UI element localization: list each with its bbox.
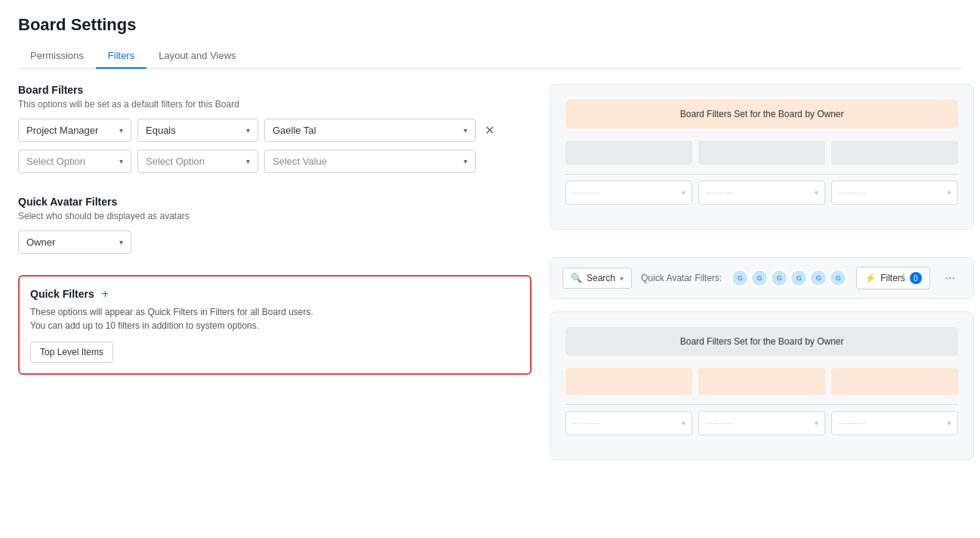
preview-card-1: Board Filters Set for the Board by Owner… [550,84,974,230]
preview-box-2 [698,141,825,165]
top-level-items-tag[interactable]: Top Level Items [30,342,113,363]
preview-banner-1: Board Filters Set for the Board by Owner [566,100,958,128]
filters-button[interactable]: ⚡ Filters 0 [856,267,930,289]
avatar-2: G [750,269,769,287]
preview-card-2: Board Filters Set for the Board by Owner… [550,311,974,460]
avatar-filter-row: Owner ▾ [18,230,532,254]
quick-avatar-title: Quick Avatar Filters [18,196,532,208]
remove-filter-button[interactable]: ✕ [482,120,498,141]
preview-box-1 [566,141,692,165]
preview-divider-2 [566,404,958,405]
preview-dropdown-3: ············ ▾ [831,181,958,205]
field-select-1[interactable]: Project Manager ▾ [18,119,131,142]
preview-banner-2: Board Filters Set for the Board by Owner [566,327,958,356]
preview-dropdown-4: ············ ▾ [566,411,692,435]
more-options-button[interactable]: ··· [939,268,961,288]
quick-filters-header: Quick Filters + [30,287,519,301]
search-button[interactable]: 🔍 Search ▾ [562,267,632,289]
avatar-6: G [829,269,847,287]
board-filters-section: Board Filters This options will be set a… [18,84,532,173]
avatar-filters-label: Quick Avatar Filters: [641,273,722,283]
value-select-2[interactable]: Select Value ▾ [264,150,476,173]
field-select-2[interactable]: Select Option ▾ [18,150,131,173]
filter-row-1: Project Manager ▾ Equals ▾ Gaelle Tal ▾ … [18,119,532,142]
preview-dropdowns-row: ············ ▾ ············ ▾ ··········… [566,181,958,205]
operator-select-2[interactable]: Select Option ▾ [137,150,258,173]
avatar-5: G [809,269,827,287]
add-quick-filter-button[interactable]: + [100,287,110,301]
quick-filters-section: Quick Filters + These options will appea… [18,275,532,375]
quick-avatar-desc: Select who should be displayed as avatar… [18,211,532,221]
owner-select[interactable]: Owner ▾ [18,230,131,254]
preview-orange-3 [831,368,958,395]
quick-filters-title: Quick Filters [30,288,94,300]
chevron-down-icon: ▾ [119,157,123,165]
chevron-down-icon: ▾ [119,238,123,246]
board-filters-desc: This options will be set as a default fi… [18,99,532,110]
preview-orange-row [566,368,958,395]
chevron-down-icon: ▾ [464,126,467,134]
chevron-down-icon: ▾ [119,126,123,134]
tab-layout[interactable]: Layout and Views [146,44,248,69]
preview-orange-1 [566,368,692,395]
avatar-3: G [770,269,788,287]
preview-dropdown-5: ············ ▾ [698,411,825,435]
search-icon: 🔍 [571,273,582,283]
avatar-filters-preview: 🔍 Search ▾ Quick Avatar Filters: G G G G… [550,257,974,299]
page-title: Board Settings [18,15,962,35]
filter-icon: ⚡ [864,273,876,283]
value-select-1[interactable]: Gaelle Tal ▾ [264,119,476,142]
chevron-down-icon: ▾ [464,157,467,165]
preview-orange-2 [698,368,825,395]
chevron-down-icon: ▾ [620,274,624,283]
preview-box-3 [831,141,958,165]
board-filters-title: Board Filters [18,84,532,96]
preview-dropdowns-row-2: ············ ▾ ············ ▾ ··········… [566,411,958,435]
preview-boxes-row [566,141,958,165]
close-icon: ✕ [485,123,495,138]
tabs-container: Permissions Filters Layout and Views [18,44,962,69]
chevron-down-icon: ▾ [246,157,250,165]
filter-count-badge: 0 [910,272,922,284]
avatar-1: G [731,269,749,287]
chevron-down-icon: ▾ [246,126,250,134]
operator-select-1[interactable]: Equals ▾ [137,119,258,142]
filter-row-2: Select Option ▾ Select Option ▾ Select V… [18,150,532,173]
quick-avatar-section: Quick Avatar Filters Select who should b… [18,196,532,254]
preview-dropdown-6: ············ ▾ [831,411,958,435]
avatar-4: G [790,269,808,287]
quick-filters-desc: These options will appear as Quick Filte… [30,305,519,332]
avatar-circles: G G G G G G [731,269,847,287]
tab-permissions[interactable]: Permissions [18,44,96,69]
preview-dropdown-1: ············ ▾ [566,181,692,205]
preview-dropdown-2: ············ ▾ [698,181,825,205]
tab-filters[interactable]: Filters [96,44,146,69]
preview-divider [566,174,958,175]
